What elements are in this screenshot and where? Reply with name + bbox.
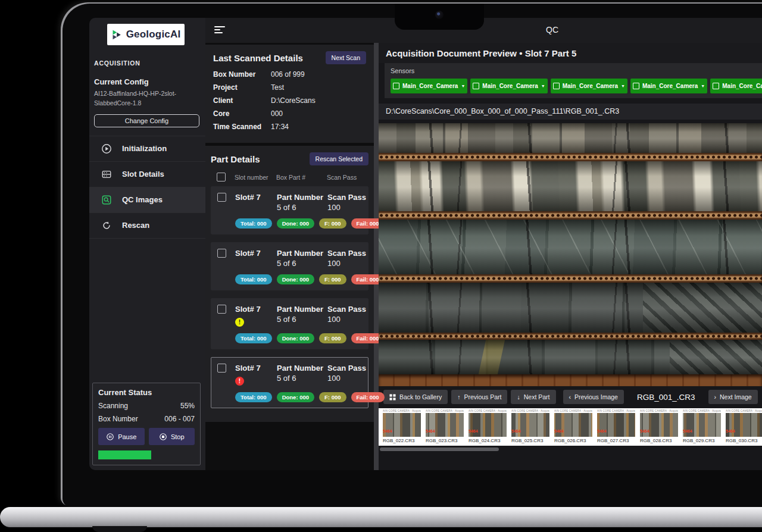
sensor-dropdown-2[interactable]: Main_Core_Camera▼	[470, 79, 547, 93]
thumbnail-image	[726, 413, 762, 437]
badge-total: Total: 000	[235, 274, 272, 284]
sensor-dropdown-1[interactable]: Main_Core_Camera▼	[391, 79, 467, 93]
laptop-foot	[92, 526, 147, 532]
status-badges: Total: 000Done: 000F: 000Fail: 000	[235, 274, 368, 284]
stop-icon	[159, 433, 167, 441]
part-details-heading: Part Details	[211, 154, 260, 164]
part-number-cell: Part Number5 of 6	[277, 305, 327, 327]
thumbnail-RGB_028.CR3[interactable]: AIN CORE CAMERA - Acquisiti5464RGB_028.C…	[640, 409, 678, 446]
part-table-header: Slot number Box Part # Scan Pass	[211, 171, 368, 186]
thumbnail-RGB_023.CR3[interactable]: AIN CORE CAMERA - Acquisiti5464RGB_023.C…	[426, 409, 464, 446]
next-image-button[interactable]: › Next Image	[708, 390, 758, 404]
badge-f: F: 000	[319, 218, 346, 229]
hamburger-menu-icon[interactable]	[214, 26, 227, 35]
detail-value: Test	[271, 83, 284, 92]
rescan-selected-button[interactable]: Rescan Selected	[310, 152, 368, 165]
current-status-heading: Current Status	[98, 388, 195, 397]
thumbnail-caption: AIN CORE CAMERA - Acquisiti	[597, 409, 635, 412]
thumbnail-RGB_027.CR3[interactable]: AIN CORE CAMERA - Acquisiti5464RGB_027.C…	[597, 409, 635, 446]
thumbnail-image	[426, 413, 464, 437]
slot-details-icon	[101, 169, 112, 180]
pause-button[interactable]: Pause	[98, 428, 145, 445]
select-all-checkbox[interactable]	[217, 173, 226, 181]
scan-pass-value: 100	[327, 259, 368, 268]
thumbnail-image	[469, 413, 507, 437]
pause-label: Pause	[118, 433, 136, 440]
sidebar-item-rescan[interactable]: Rescan	[89, 212, 205, 239]
status-badges: Total: 000Done: 000F: 000Fail: 000	[235, 218, 368, 229]
sensor-dropdown-5[interactable]: Main_Core_Camera▼	[710, 79, 762, 93]
part-row-4[interactable]: Slot# 7!Part Number5 of 6Scan Pass100Tot…	[211, 357, 368, 408]
badge-f: F: 000	[319, 392, 346, 402]
part-number-label: Part Number	[277, 305, 327, 314]
part-row-1[interactable]: Slot# 7Part Number5 of 6Scan Pass100Tota…	[211, 186, 368, 234]
up-arrow-icon: ↑	[457, 393, 460, 400]
detail-row: Time Scanned17:34	[213, 123, 366, 131]
detail-row: Core000	[213, 109, 366, 118]
row-checkbox[interactable]	[217, 305, 226, 314]
sidebar-item-qc-images[interactable]: QC Images	[89, 187, 205, 212]
thumbnail-RGB_024.CR3[interactable]: AIN CORE CAMERA - Acquisiti5464RGB_024.C…	[469, 409, 507, 446]
status-badges: Total: 000Done: 000F: 000Fail: 000	[235, 333, 368, 343]
scan-pass-value: 100	[327, 315, 368, 324]
thumbnail-image	[683, 413, 721, 437]
thumbnail-RGB_029.CR3[interactable]: AIN CORE CAMERA - Acquisiti5464RGB_029.C…	[683, 409, 721, 446]
thumbnail-RGB_025.CR3[interactable]: AIN CORE CAMERA - Acquisiti5464RGB_025.C…	[511, 409, 549, 446]
row-checkbox[interactable]	[217, 364, 226, 373]
row-checkbox[interactable]	[217, 193, 226, 202]
last-scanned-section: Last Scanned Details Next Scan Box Numbe…	[205, 45, 374, 143]
part-row-3[interactable]: Slot# 7!Part Number5 of 6Scan Pass100Tot…	[211, 298, 368, 349]
sidebar-item-slot-details[interactable]: Slot Details	[89, 161, 205, 187]
sensor-checkbox[interactable]	[393, 83, 399, 89]
next-scan-button[interactable]: Next Scan	[326, 51, 366, 64]
thumbnail-caption: AIN CORE CAMERA - Acquisiti	[640, 409, 678, 412]
slot-label: Slot# 7	[235, 364, 277, 373]
sidebar: GeologicAI ACQUISITION Current Config AI…	[89, 18, 205, 470]
preview-title: Acquisition Document Preview	[386, 48, 517, 58]
thumbnail-scrollbar[interactable]	[380, 447, 499, 451]
status-value: 006 - 007	[164, 415, 195, 423]
status-value: 55%	[180, 402, 195, 410]
badge-done: Done: 000	[277, 218, 314, 229]
sidebar-item-initialization[interactable]: Initialization	[89, 136, 205, 161]
panel-scrollbar[interactable]	[374, 43, 379, 470]
part-row-2[interactable]: Slot# 7Part Number5 of 6Scan Pass100Tota…	[211, 242, 368, 290]
thumbnail-RGB_022.CR3[interactable]: AIN CORE CAMERA - Acquisiti5464RGB_022.C…	[383, 409, 421, 446]
previous-image-button[interactable]: ‹ Previous Image	[563, 390, 624, 404]
change-config-button[interactable]: Change Config	[94, 114, 199, 127]
thumbnail-RGB_030.CR3[interactable]: AIN CORE CAMERA - Acquisiti5464RGB_030.C…	[726, 409, 762, 446]
core-photo-preview	[379, 123, 762, 386]
stop-button[interactable]: Stop	[149, 428, 195, 445]
sensor-checkbox[interactable]	[713, 83, 719, 89]
thumbnail-caption: AIN CORE CAMERA - Acquisiti	[683, 409, 721, 412]
detail-row: ProjectTest	[213, 83, 366, 92]
badge-total: Total: 000	[235, 392, 272, 402]
stop-label: Stop	[171, 433, 185, 440]
part-number-cell: Part Number5 of 6	[277, 193, 327, 212]
badge-f: F: 000	[319, 274, 346, 284]
qc-title: QC	[546, 25, 558, 35]
sensor-checkbox[interactable]	[553, 83, 560, 89]
thumbnail-RGB_026.CR3[interactable]: AIN CORE CAMERA - Acquisiti5464RGB_026.C…	[554, 409, 592, 446]
previous-part-button[interactable]: ↑ Previous Part	[451, 390, 507, 404]
row-checkbox[interactable]	[217, 249, 226, 258]
next-part-button[interactable]: ↓ Next Part	[511, 390, 555, 404]
sensor-checkbox[interactable]	[473, 83, 479, 89]
sensor-label: Main_Core_Camera	[722, 83, 762, 89]
sensor-dropdown-3[interactable]: Main_Core_Camera▼	[551, 79, 627, 93]
detail-label: Core	[213, 109, 271, 118]
scan-pass-label: Scan Pass	[327, 305, 368, 314]
status-label: Box Number	[98, 415, 138, 423]
sensors-label: Sensors	[391, 67, 756, 74]
status-badges: Total: 000Done: 000F: 000Fail: 000	[235, 392, 368, 402]
thumbnail-caption: AIN CORE CAMERA - Acquisiti	[469, 409, 507, 412]
initialization-icon	[101, 143, 112, 154]
sidebar-item-label: Initialization	[122, 144, 167, 153]
sensor-checkbox[interactable]	[633, 83, 639, 89]
thumbnail-tag: 5464	[511, 429, 521, 433]
back-to-gallery-button[interactable]: Back to Gallery	[383, 390, 448, 404]
back-to-gallery-label: Back to Gallery	[399, 393, 442, 400]
slot-label: Slot# 7	[235, 249, 277, 258]
sensor-dropdown-4[interactable]: Main_Core_Camera▼	[630, 79, 707, 93]
rescan-icon	[101, 220, 112, 231]
